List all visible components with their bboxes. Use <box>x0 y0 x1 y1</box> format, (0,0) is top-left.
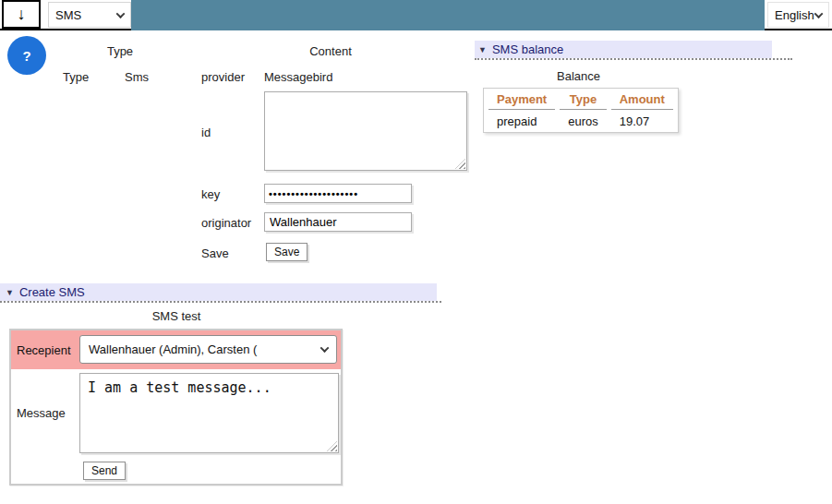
download-button[interactable]: ↓ <box>2 0 41 29</box>
collapse-triangle-icon: ▼ <box>478 45 487 54</box>
create-sms-header-bar: ▼ Create SMS <box>0 283 437 301</box>
content-column-header: Content <box>268 44 393 58</box>
balance-table-row: prepaid euros 19.07 <box>488 110 673 132</box>
language-select-value: English <box>775 8 814 22</box>
recipient-select[interactable]: Wallenhauer (Admin), Carsten ( <box>79 335 337 364</box>
originator-input[interactable] <box>264 212 412 232</box>
balance-header-payment: Payment <box>488 89 555 110</box>
balance-header-amount: Amount <box>611 89 673 110</box>
balance-table-caption: Balance <box>475 69 682 83</box>
send-button[interactable]: Send <box>83 462 126 480</box>
question-mark-icon: ? <box>22 48 30 64</box>
balance-table: Payment Type Amount prepaid euros 19.07 <box>483 88 679 133</box>
provider-value: Messagebird <box>264 70 332 84</box>
save-button[interactable]: Save <box>266 243 307 261</box>
balance-cell-type: euros <box>560 110 607 132</box>
provider-label: provider <box>201 70 245 84</box>
chevron-down-icon <box>320 343 330 353</box>
chevron-down-icon <box>814 9 824 18</box>
module-select[interactable]: SMS <box>48 2 131 28</box>
sms-test-caption: SMS test <box>9 309 344 323</box>
balance-cell-payment: prepaid <box>488 110 555 132</box>
recipient-label: Recepient <box>11 343 74 357</box>
type-label: Type <box>63 70 89 84</box>
collapse-triangle-icon: ▼ <box>6 288 14 297</box>
chevron-down-icon <box>116 9 126 18</box>
page: ↓ SMS English ? Type Content Type Sms pr… <box>0 0 832 504</box>
sms-balance-title: SMS balance <box>492 42 563 56</box>
id-textarea-wrap <box>264 91 467 171</box>
key-label: key <box>201 187 220 201</box>
help-button[interactable]: ? <box>7 36 46 75</box>
type-column-header: Type <box>88 44 152 58</box>
balance-table-header-row: Payment Type Amount <box>488 89 673 110</box>
balance-cell-amount: 19.07 <box>611 110 673 132</box>
topbar-accent-bar <box>131 0 765 30</box>
create-sms-section-header[interactable]: ▼ Create SMS <box>0 283 441 303</box>
create-sms-form: Recepient Wallenhauer (Admin), Carsten (… <box>9 329 343 486</box>
key-input[interactable] <box>264 184 412 203</box>
type-value: Sms <box>125 70 149 84</box>
message-label: Message <box>17 406 66 420</box>
originator-label: originator <box>201 216 251 230</box>
sms-balance-section-header[interactable]: ▼ SMS balance <box>475 41 792 60</box>
create-sms-title: Create SMS <box>19 285 85 299</box>
save-label: Save <box>201 246 229 260</box>
down-arrow-icon: ↓ <box>18 5 26 24</box>
module-select-value: SMS <box>55 8 81 22</box>
top-bar: ↓ SMS English <box>0 0 832 30</box>
message-textarea-wrap: I am a test message... <box>79 373 339 453</box>
id-textarea[interactable] <box>264 91 467 171</box>
id-label: id <box>201 126 211 139</box>
language-select[interactable]: English <box>767 2 829 28</box>
balance-header-type: Type <box>560 89 607 110</box>
message-textarea[interactable]: I am a test message... <box>79 373 339 453</box>
recipient-select-value: Wallenhauer (Admin), Carsten ( <box>89 342 321 356</box>
sms-balance-header-bar: ▼ SMS balance <box>475 41 772 58</box>
